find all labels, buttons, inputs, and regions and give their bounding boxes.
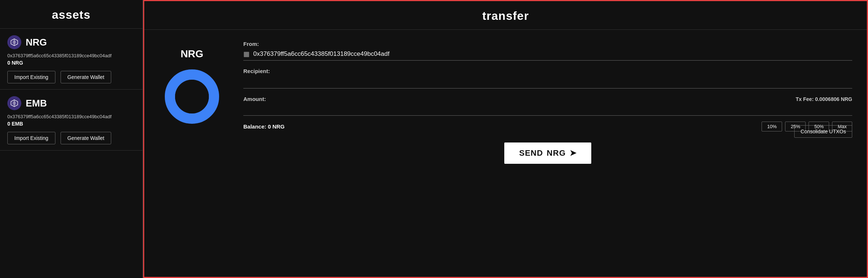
asset-header-emb: EMB xyxy=(7,96,135,110)
transfer-title: transfer xyxy=(144,1,867,30)
transfer-form: From: ▦ 0x376379ff5a6cc65c43385f013189cc… xyxy=(243,41,852,266)
send-button-text: SEND xyxy=(519,148,543,158)
recipient-input[interactable] xyxy=(243,77,852,89)
recipient-field: Recipient: xyxy=(243,68,852,89)
from-address: 0x376379ff5a6cc65c43385f013189cce49bc04a… xyxy=(253,50,852,58)
nrg-asset-name: NRG xyxy=(26,37,47,48)
nrg-actions: Import Existing Generate Wallet xyxy=(7,71,135,83)
asset-header-nrg: NRG xyxy=(7,35,135,49)
donut-chart xyxy=(163,67,221,126)
nrg-generate-button[interactable]: Generate Wallet xyxy=(61,71,112,83)
transfer-body: NRG From: ▦ 0x376379ff5a6cc65c43385f0131… xyxy=(144,30,867,277)
emb-icon xyxy=(7,96,21,110)
pct-10-button[interactable]: 10% xyxy=(762,122,782,131)
svg-point-8 xyxy=(175,80,209,113)
from-label: From: xyxy=(243,41,852,47)
emb-balance: 0 EMB xyxy=(7,121,135,127)
donut-section: NRG xyxy=(155,41,229,266)
amount-input-row xyxy=(243,106,852,116)
send-section: SEND NRG ➤ xyxy=(243,142,852,164)
asset-item-nrg: NRG 0x376379ff5a6cc65c43385f013189cce49b… xyxy=(0,29,142,90)
from-field: From: ▦ 0x376379ff5a6cc65c43385f013189cc… xyxy=(243,41,852,61)
nrg-icon xyxy=(7,35,21,49)
nrg-import-button[interactable]: Import Existing xyxy=(7,71,55,83)
consolidate-utxos-button[interactable]: Consolidate UTXOs xyxy=(794,125,852,138)
assets-panel: assets NRG 0x376379ff5a6cc65c43385f01318… xyxy=(0,0,143,278)
recipient-label: Recipient: xyxy=(243,68,852,74)
emb-address: 0x376379ff5a6cc65c43385f013189cce49bc04a… xyxy=(7,114,135,119)
balance-row: Balance: 0 NRG 10% 25% 50% Max xyxy=(243,122,852,131)
emb-generate-button[interactable]: Generate Wallet xyxy=(61,132,112,144)
asset-item-emb: EMB 0x376379ff5a6cc65c43385f013189cce49b… xyxy=(0,90,142,151)
tx-fee: Tx Fee: 0.0006806 NRG xyxy=(796,96,852,102)
balance-text: Balance: 0 NRG xyxy=(243,123,285,130)
amount-label: Amount: xyxy=(243,96,266,102)
donut-asset-label: NRG xyxy=(181,48,203,60)
emb-asset-name: EMB xyxy=(26,98,47,109)
emb-import-button[interactable]: Import Existing xyxy=(7,132,55,144)
send-button-asset: NRG xyxy=(547,148,566,158)
assets-title: assets xyxy=(0,0,142,29)
amount-row: Amount: Tx Fee: 0.0006806 NRG xyxy=(243,96,852,102)
copy-icon[interactable]: ▦ xyxy=(243,50,250,58)
send-arrow-icon: ➤ xyxy=(570,148,577,158)
amount-input[interactable] xyxy=(243,106,852,113)
from-row: ▦ 0x376379ff5a6cc65c43385f013189cce49bc0… xyxy=(243,50,852,61)
transfer-panel: transfer NRG From: ▦ 0x376379ff5a6cc65c4… xyxy=(143,0,868,278)
nrg-balance: 0 NRG xyxy=(7,60,135,66)
emb-actions: Import Existing Generate Wallet xyxy=(7,132,135,144)
nrg-address: 0x376379ff5a6cc65c43385f013189cce49bc04a… xyxy=(7,53,135,58)
send-button[interactable]: SEND NRG ➤ xyxy=(504,142,591,164)
